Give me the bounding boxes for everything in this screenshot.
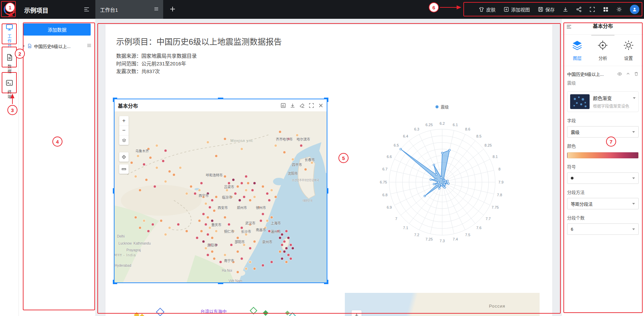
segment-count-select[interactable]: 6 [567,223,639,235]
add-view-label: 添加视图 [511,6,530,13]
dataset-menu-icon[interactable] [87,43,91,49]
svg-text:6.8: 6.8 [382,193,387,197]
map-label: 泉州市 [262,239,272,244]
rail-item-workbench[interactable]: 工作台 [6,23,13,48]
settings-button[interactable] [616,7,622,12]
save-button[interactable]: 保存 [538,6,555,13]
map-label: 温州市 [271,229,281,234]
zoom-out-button[interactable]: − [119,126,129,136]
measure-button[interactable] [119,164,129,174]
resize-handle-right[interactable] [327,188,328,194]
tab-menu-icon[interactable] [154,6,158,12]
zoom-in-button[interactable]: + [119,116,129,126]
tab-settings[interactable]: 设置 [616,40,641,61]
map-label: 西安市 [218,205,228,210]
workbench-icon [6,23,13,32]
tab-workbench[interactable]: 工作台1 [95,0,163,19]
resize-handle-top-left[interactable] [113,98,117,102]
rail-item-data[interactable]: 数据 [6,54,13,74]
svg-text:7.6: 7.6 [476,226,481,230]
radar-widget[interactable]: 震级 6.26.18.68.58.258.187.97.87.757.77.67… [345,99,540,283]
resize-handle-top[interactable] [218,98,223,99]
map-widget[interactable]: 基本分布 [114,99,327,283]
download-button[interactable] [563,7,568,12]
app-logo-icon[interactable] [3,3,16,16]
svg-text:7.25: 7.25 [425,237,432,241]
tab-layers[interactable]: 图层 [564,40,590,61]
locate-button[interactable] [119,152,129,162]
layer-visibility-icon[interactable] [617,71,622,76]
widget-close-icon[interactable] [318,103,323,108]
widget-fullscreen-icon[interactable] [309,103,314,108]
field-select[interactable]: 震级 [567,126,639,138]
radar-legend[interactable]: 震级 [345,99,540,110]
resize-handle-left[interactable] [113,188,114,194]
bottom-left-label: 台湾以东海中 [200,308,227,314]
map-label: 齐齐哈尔市 [276,136,293,141]
diamond-marker [134,312,140,316]
style-selector[interactable]: 颜色渐变 根据字段值渐变设色 [567,91,639,112]
widget-clear-icon[interactable] [300,103,305,108]
save-icon [538,7,543,12]
add-view-button[interactable]: 添加视图 [504,6,530,13]
style-caret-icon [633,97,636,99]
chart-table-toggle-icon[interactable] [281,103,286,108]
svg-text:8.5: 8.5 [476,134,481,138]
map-label: Ha Noi [222,269,232,272]
svg-text:6.2: 6.2 [440,121,445,125]
inspector-menu-icon[interactable] [566,24,571,31]
bottom-left-widget[interactable]: 台湾以东海中 [114,293,327,316]
svg-text:8.6: 8.6 [465,127,470,131]
map-label: 吕梁市 [224,184,234,189]
count-caret-icon [632,228,635,230]
field-value: 震级 [571,129,580,135]
map-label: 临汾市 [222,195,232,200]
inspector-tabs: 图层 分析 设置 [562,35,644,66]
symbol-select[interactable] [567,172,639,184]
resize-handle-bottom[interactable] [218,283,223,284]
svg-text:7.75: 7.75 [492,205,499,209]
map-label: Монгол улс [230,139,253,143]
tab-analysis[interactable]: 分析 [590,40,615,61]
color-gradient-bar[interactable] [567,152,639,158]
rail-item-terminal[interactable]: 终端 [6,79,13,99]
inspector-title: 基本分布 [562,19,644,36]
panel-toggle-icon[interactable] [84,7,89,13]
map-label: 长沙市 [241,229,251,234]
fullscreen-button[interactable] [590,7,595,12]
dashboard-canvas[interactable]: 示例项目：中国历史6级以上地震监测数据报告 数据来源：国家地震局共享数据目录 时… [95,19,562,316]
tab-analysis-label: 分析 [598,55,607,61]
resize-handle-top-right[interactable] [324,98,328,102]
tree-expand-icon[interactable] [23,45,25,47]
dataset-tree-item[interactable]: 中国历史6级以上... [19,40,95,52]
user-avatar[interactable] [630,5,639,14]
map-body[interactable]: 乌鲁木齐Монгол улс齐齐哈尔市哈尔滨市长春市四平市沈阳市呼和浩特市조선민… [114,111,327,282]
resize-handle-bottom-left[interactable] [113,280,117,284]
map-label: Kathmandu [134,241,151,245]
analysis-icon [597,40,608,52]
svg-text:6.1: 6.1 [453,123,458,127]
mini-map-zoom-in-button[interactable]: + [352,310,362,316]
map-label: 呼和浩特市 [206,172,223,177]
layer-delete-icon[interactable] [634,71,639,76]
widget-download-icon[interactable] [290,103,295,108]
map-label: 徐州市 [256,205,266,210]
svg-text:7.1: 7.1 [403,226,408,230]
add-data-button[interactable]: 添加数据 [24,23,91,36]
resize-handle-bottom-right[interactable] [324,280,328,284]
map-label: 四平市 [292,162,302,167]
skin-button[interactable]: 皮肤 [479,6,496,13]
segment-method-select[interactable]: 等距分段法 [567,198,639,209]
layer-row[interactable]: 中国历史6级以上... 震级 [562,66,644,88]
diamond-marker [285,311,290,315]
bottom-right-map-widget[interactable]: Россия + [345,293,540,316]
apps-grid-button[interactable] [603,7,608,12]
share-button[interactable] [576,7,582,12]
tab-settings-label: 设置 [624,55,633,61]
report-title: 示例项目：中国历史6级以上地震监测数据报告 [116,35,282,47]
add-tab-button[interactable] [169,6,176,14]
layer-collapse-icon[interactable] [626,71,630,76]
map-widget-title: 基本分布 [118,102,281,109]
layers-toggle-button[interactable] [119,136,129,145]
diamond-marker [140,314,144,316]
